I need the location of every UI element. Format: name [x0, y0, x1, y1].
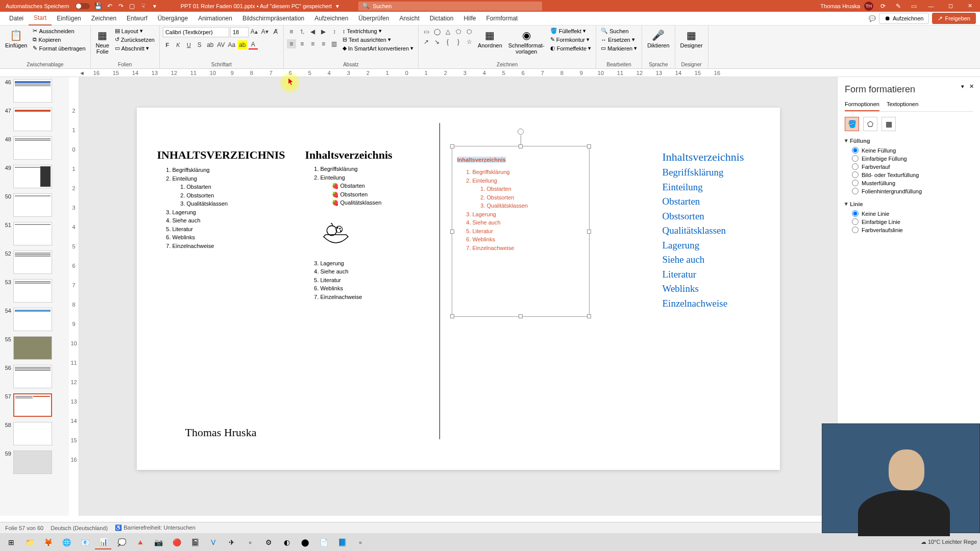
size-icon[interactable]: ▦: [881, 117, 896, 131]
slide-counter[interactable]: Folie 57 von 60: [5, 525, 43, 531]
copy-button[interactable]: ⧉ Kopieren: [31, 36, 87, 43]
tab-zeichnen[interactable]: Zeichnen: [86, 12, 121, 26]
customize-icon[interactable]: ▾: [150, 2, 159, 11]
thumbnail[interactable]: 59: [0, 449, 69, 475]
undo-icon[interactable]: ↶: [105, 2, 114, 11]
telegram-icon[interactable]: ✈: [224, 535, 240, 549]
thumbnail[interactable]: 56: [0, 364, 69, 389]
replace-button[interactable]: ↔ Ersetzen ▾: [599, 36, 639, 43]
slide-canvas[interactable]: INHALTSVERZEICHNIS Begriffsklärung Einte…: [79, 77, 837, 516]
visio-icon[interactable]: V: [205, 535, 222, 549]
tab-start[interactable]: Start: [29, 12, 52, 26]
outline-button[interactable]: ✎ Formkontur ▾: [549, 36, 593, 43]
fill-line-icon[interactable]: 🪣: [845, 117, 859, 131]
thumbnail[interactable]: 50: [0, 192, 69, 218]
align-text-button[interactable]: ⊟ Text ausrichten ▾: [341, 36, 415, 43]
reset-button[interactable]: ↺ Zurücksetzen: [113, 36, 156, 43]
new-slide-button[interactable]: ▦Neue Folie: [94, 27, 111, 57]
firefox-icon[interactable]: 🦊: [40, 535, 56, 549]
shrink-font-icon[interactable]: A▾: [260, 27, 270, 36]
textbox-col2[interactable]: Inhaltsverzeichnis Begriffsklärung Einte…: [305, 148, 393, 301]
smartart-button[interactable]: ◆ In SmartArt konvertieren ▾: [341, 44, 415, 52]
share-button[interactable]: ↗ Freigeben: [932, 13, 976, 24]
thumbnail[interactable]: 48: [0, 135, 69, 161]
avatar[interactable]: TH: [864, 2, 873, 11]
paste-button[interactable]: 📋Einfügen: [3, 27, 29, 51]
thumbnail[interactable]: 54: [0, 307, 69, 332]
tab-ueberpruefen[interactable]: Überprüfen: [353, 12, 394, 26]
tab-ansicht[interactable]: Ansicht: [394, 12, 424, 26]
linespace-icon[interactable]: ↕: [330, 27, 339, 36]
autosave-toggle[interactable]: [76, 3, 90, 9]
find-button[interactable]: 🔍 Suchen: [599, 27, 639, 35]
numbering-icon[interactable]: ⒈: [298, 27, 307, 36]
pane-tab-shape[interactable]: Formoptionen: [845, 101, 879, 111]
app-icon[interactable]: ▫: [352, 535, 369, 549]
app-icon[interactable]: 🔴: [168, 535, 185, 549]
tab-aufzeichnen[interactable]: Aufzeichnen: [309, 12, 353, 26]
grow-font-icon[interactable]: A▴: [250, 27, 259, 36]
effects-button[interactable]: ◐ Formeffekte ▾: [549, 44, 593, 52]
text-direction-button[interactable]: ↕ Textrichtung ▾: [341, 27, 415, 35]
thumbnail-active[interactable]: 57: [0, 392, 69, 418]
align-left-icon[interactable]: ≡: [287, 39, 296, 48]
textbox-col4[interactable]: Inhaltsverzeichnis Begriffsklärung Einte…: [663, 148, 744, 311]
sync-icon[interactable]: ⟳: [878, 2, 888, 11]
app-icon[interactable]: 💭: [113, 535, 130, 549]
cut-button[interactable]: ✂ Ausschneiden: [31, 27, 87, 35]
pane-menu-icon[interactable]: ▾: [961, 83, 964, 90]
outlook-icon[interactable]: 📧: [77, 535, 93, 549]
spacing-icon[interactable]: AV: [216, 40, 226, 49]
dictate-button[interactable]: 🎤Diktieren: [645, 27, 671, 51]
outdent-icon[interactable]: ◀: [308, 27, 317, 36]
thumbnail[interactable]: 52: [0, 249, 69, 275]
tab-bildschirm[interactable]: Bildschirmpräsentation: [237, 12, 309, 26]
case-icon[interactable]: Aa: [227, 40, 236, 49]
search-box[interactable]: 🔍Suchen: [358, 2, 542, 11]
ribbon-opts-icon[interactable]: ▭: [909, 2, 918, 11]
save-icon[interactable]: 💾: [94, 2, 103, 11]
thumbnail[interactable]: 53: [0, 278, 69, 304]
select-button[interactable]: ▭ Markieren ▾: [599, 44, 639, 52]
app-icon[interactable]: ▫: [242, 535, 258, 549]
thumbnail[interactable]: 58: [0, 421, 69, 446]
user-name[interactable]: Thomas Hruska: [820, 3, 860, 9]
app-icon[interactable]: 📷: [150, 535, 166, 549]
accessibility-status[interactable]: ♿ Barrierefreiheit: Untersuchen: [115, 524, 195, 531]
tab-einfuegen[interactable]: Einfügen: [52, 12, 86, 26]
thumbnail[interactable]: 51: [0, 221, 69, 246]
indent-icon[interactable]: ▶: [319, 27, 328, 36]
highlight-icon[interactable]: ab: [238, 40, 247, 49]
shadow-icon[interactable]: S: [195, 40, 204, 49]
language-status[interactable]: Deutsch (Deutschland): [51, 525, 108, 531]
bold-icon[interactable]: F: [163, 40, 172, 49]
thumbnail[interactable]: 47: [0, 107, 69, 132]
pane-close-icon[interactable]: ✕: [969, 83, 974, 90]
touch-icon[interactable]: ☟: [139, 2, 148, 11]
maximize-icon[interactable]: ◻: [943, 2, 958, 11]
app-icon[interactable]: ◐: [279, 535, 295, 549]
thumbnail[interactable]: 55: [0, 335, 69, 361]
tab-formformat[interactable]: Formformat: [481, 12, 523, 26]
app-icon[interactable]: ⚙: [260, 535, 277, 549]
columns-icon[interactable]: ▥: [330, 39, 339, 48]
vlc-icon[interactable]: 🔺: [132, 535, 148, 549]
arrange-button[interactable]: ▦Anordnen: [476, 27, 504, 51]
record-button[interactable]: ⏺ Aufzeichnen: [879, 13, 929, 24]
selected-textbox[interactable]: Inhaltsverzeichnis Begriffsklärung Einte…: [452, 146, 590, 317]
italic-icon[interactable]: K: [174, 40, 183, 49]
pane-tab-text[interactable]: Textoptionen: [887, 101, 918, 111]
strike-icon[interactable]: ab: [206, 40, 215, 49]
designer-button[interactable]: ▦Designer: [678, 27, 705, 51]
align-right-icon[interactable]: ≡: [308, 39, 317, 48]
align-center-icon[interactable]: ≡: [298, 39, 307, 48]
font-color-icon[interactable]: A: [249, 40, 258, 49]
weather-widget[interactable]: ☁ 10°C Leichter Rege: [921, 539, 977, 545]
bullets-icon[interactable]: ≡: [287, 27, 296, 36]
quickstyle-button[interactable]: ◉Schnellformat- vorlagen: [506, 27, 547, 57]
powerpoint-icon[interactable]: 📊: [95, 535, 111, 549]
tab-uebergaenge[interactable]: Übergänge: [153, 12, 193, 26]
fromstart-icon[interactable]: ▢: [128, 2, 137, 11]
close-icon[interactable]: ✕: [962, 2, 977, 11]
fill-button[interactable]: 🪣 Fülleffekt ▾: [549, 27, 593, 35]
